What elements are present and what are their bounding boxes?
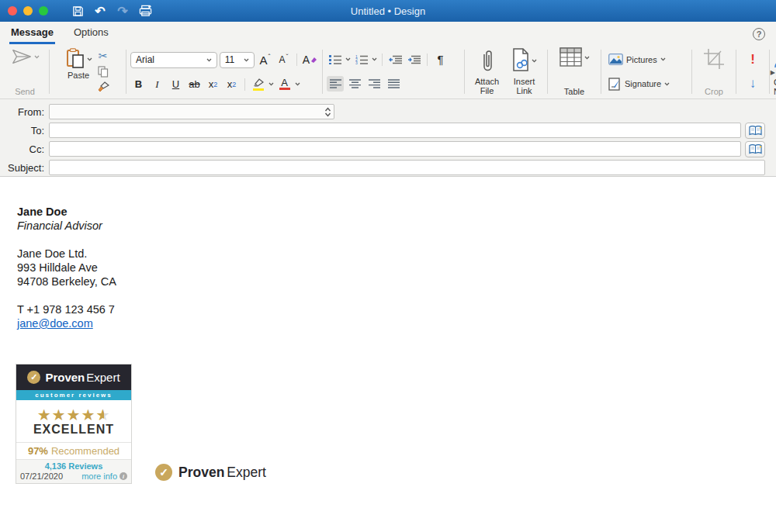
link-icon [511, 48, 530, 73]
send-label: Send [15, 87, 35, 96]
ribbon-overflow-icon[interactable]: ▶ [771, 69, 775, 76]
outdent-icon [389, 55, 402, 64]
paste-label: Paste [68, 71, 89, 80]
table-label: Table [564, 87, 584, 96]
low-importance-icon[interactable]: ↓ [750, 78, 757, 90]
cc-address-book-button[interactable] [745, 141, 765, 157]
signature-button[interactable]: Signature [608, 74, 670, 94]
undo-icon[interactable]: ↶ [92, 3, 108, 19]
eraser-icon [310, 57, 317, 64]
print-icon[interactable] [137, 3, 153, 19]
chevron-down-icon[interactable] [345, 57, 351, 61]
save-icon[interactable] [70, 3, 85, 19]
align-center-button[interactable] [346, 76, 363, 92]
bullet-list-icon [329, 54, 341, 64]
paragraph-group: 123 ¶ [327, 47, 460, 96]
italic-button[interactable]: I [149, 77, 165, 92]
address-fields: From: To: Cc: Subject: [0, 99, 776, 177]
address-book-icon [749, 144, 762, 154]
align-left-button[interactable] [327, 76, 344, 92]
align-right-button[interactable] [365, 76, 383, 92]
subscript-button[interactable]: x2 [205, 77, 221, 92]
paperclip-icon [481, 48, 494, 74]
paragraph-mark-button[interactable]: ¶ [432, 52, 449, 67]
numbered-list-icon: 123 [355, 54, 368, 64]
subject-input[interactable] [49, 160, 765, 175]
signature-icon [608, 78, 622, 91]
chevron-down-icon[interactable] [372, 57, 377, 61]
highlight-color-button[interactable] [250, 77, 266, 92]
logo-brand-light: Expert [227, 465, 266, 480]
cc-input[interactable] [49, 141, 741, 157]
message-body[interactable]: Jane Doe Financial Advisor Jane Doe Ltd.… [0, 177, 776, 531]
decrease-indent-button[interactable] [387, 52, 404, 67]
badge-reviews: 4,136 Reviews [20, 461, 127, 471]
paste-button[interactable]: Paste [65, 47, 92, 80]
chevron-down-icon [206, 58, 212, 62]
font-size-select[interactable]: 11 [220, 52, 255, 68]
address-book-icon [749, 126, 762, 136]
compose-window: ↶ ↷ Untitled • Design Message Options ? … [0, 0, 776, 532]
signature-address2: 94708 Berkeley, CA [17, 275, 776, 288]
font-color-button[interactable]: A [276, 77, 293, 92]
info-icon: i [120, 472, 127, 480]
chevron-down-icon[interactable] [268, 82, 274, 86]
bullets-button[interactable] [327, 52, 343, 67]
redo-icon[interactable]: ↷ [115, 3, 130, 19]
tab-message[interactable]: Message [9, 23, 55, 44]
minimize-button[interactable] [23, 6, 33, 16]
badge-brand-light: Expert [86, 371, 120, 384]
increase-indent-button[interactable] [406, 52, 422, 67]
paste-icon [65, 47, 85, 71]
provenexpert-badge: ✓ ProvenExpert customer reviews ★★★★★★ E… [16, 364, 132, 484]
signature-name: Jane Doe [17, 205, 776, 219]
bold-button[interactable]: B [130, 77, 147, 92]
superscript-button[interactable]: x2 [223, 77, 240, 92]
to-input[interactable] [49, 123, 741, 138]
clipboard-group: Paste ✂ [54, 47, 122, 96]
underline-button[interactable]: U [168, 77, 184, 92]
from-select[interactable] [49, 104, 334, 119]
send-button[interactable]: Send [5, 47, 45, 96]
strikethrough-button[interactable]: ab [186, 77, 203, 92]
from-label: From: [0, 106, 44, 118]
chevron-down-icon [244, 58, 249, 62]
numbering-button[interactable]: 123 [353, 52, 369, 67]
signature-email-link[interactable]: jane@doe.com [17, 317, 93, 330]
ribbon: Send Paste ✂ [0, 44, 776, 99]
copy-icon[interactable] [95, 64, 111, 78]
signature-company: Jane Doe Ltd. [17, 247, 776, 261]
insert-link-button[interactable]: InsertLink [511, 47, 537, 96]
provenexpert-logo: ✓ ProvenExpert [155, 464, 266, 481]
logo-brand-bold: Proven [178, 465, 224, 480]
crop-button: Crop [696, 47, 732, 96]
table-button[interactable]: Table [552, 47, 597, 96]
attach-file-button[interactable]: AttachFile [475, 47, 499, 96]
high-importance-icon[interactable]: ! [750, 54, 755, 66]
recommended-label: Recommended [51, 445, 120, 457]
badge-date: 07/21/2020 [20, 472, 63, 481]
close-button[interactable] [8, 6, 17, 16]
badge-rating-label: EXCELLENT [16, 423, 131, 443]
stars: ★★★★★★ [16, 400, 131, 423]
to-address-book-button[interactable] [745, 123, 765, 139]
chevron-down-icon [584, 56, 590, 60]
font-name-select[interactable]: Arial [130, 52, 217, 68]
ribbon-tabs: Message Options ? [0, 22, 776, 44]
clear-formatting-button[interactable]: A [302, 52, 318, 67]
table-icon [559, 47, 583, 67]
zoom-button[interactable] [39, 6, 48, 16]
help-icon[interactable]: ? [753, 28, 765, 40]
tab-options[interactable]: Options [72, 23, 110, 44]
grow-font-button[interactable]: Aˆ [257, 52, 273, 67]
stepper-icon [324, 107, 331, 117]
justify-button[interactable] [385, 76, 402, 92]
chevron-down-icon[interactable] [295, 82, 300, 86]
cut-icon[interactable]: ✂ [95, 49, 111, 63]
shrink-font-button[interactable]: Aˇ [275, 52, 292, 67]
format-painter-icon[interactable] [95, 80, 111, 94]
titlebar: ↶ ↷ Untitled • Design [0, 0, 776, 22]
send-plane-icon [11, 47, 33, 66]
pictures-button[interactable]: Pictures [608, 50, 666, 70]
badge-more-info-link[interactable]: more infoi [81, 472, 127, 481]
